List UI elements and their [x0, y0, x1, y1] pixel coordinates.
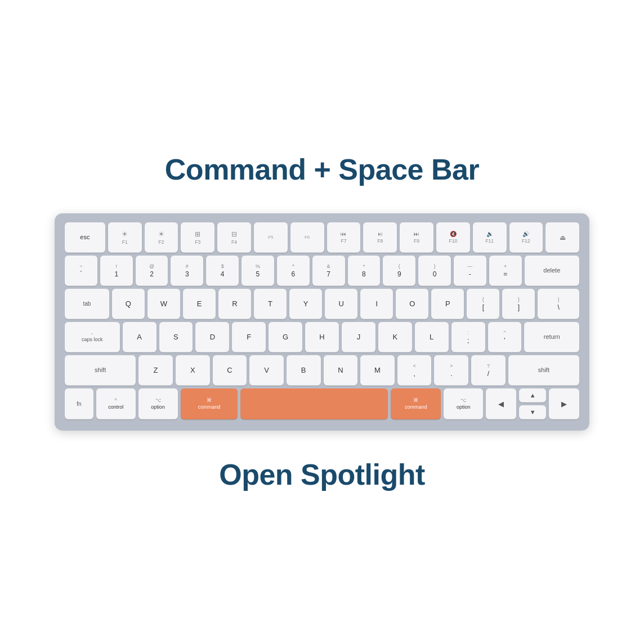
key-n[interactable]: N: [324, 355, 358, 386]
key-f5[interactable]: F5: [254, 222, 288, 253]
page-subtitle: Open Spotlight: [219, 458, 425, 491]
key-y[interactable]: Y: [289, 289, 322, 319]
key-shift-right[interactable]: shift: [508, 355, 579, 386]
key-w[interactable]: W: [147, 289, 180, 319]
key-space[interactable]: [240, 388, 388, 419]
key-return[interactable]: return: [524, 322, 579, 352]
key-0[interactable]: ) 0: [418, 256, 451, 286]
key-f4[interactable]: ⊟ F4: [217, 222, 251, 253]
key-command-right[interactable]: ⌘ command: [391, 388, 441, 419]
key-9[interactable]: ( 9: [383, 256, 415, 286]
key-power[interactable]: ⏏: [545, 222, 579, 253]
key-f6[interactable]: F6: [290, 222, 324, 253]
key-f10[interactable]: 🔇 F10: [436, 222, 470, 253]
key-5[interactable]: % 5: [242, 256, 274, 286]
key-delete[interactable]: delete: [525, 256, 579, 286]
key-backtick[interactable]: ~ `: [65, 256, 97, 286]
key-3[interactable]: # 3: [171, 256, 203, 286]
number-row: ~ ` ! 1 @ 2 # 3 $ 4: [65, 256, 579, 286]
key-h[interactable]: H: [305, 322, 339, 352]
key-f3[interactable]: ⊞ F3: [181, 222, 214, 253]
key-r[interactable]: R: [218, 289, 251, 319]
key-comma[interactable]: < ,: [397, 355, 432, 386]
qwerty-row: tab Q W E R T Y U I O P { [ } ] | \: [65, 289, 579, 319]
key-u[interactable]: U: [325, 289, 357, 319]
key-4[interactable]: $ 4: [206, 256, 239, 286]
key-f9[interactable]: ⏭ F9: [400, 222, 433, 253]
key-shift-left[interactable]: shift: [65, 355, 136, 386]
key-p[interactable]: P: [431, 289, 464, 319]
key-b[interactable]: B: [287, 355, 321, 386]
key-m[interactable]: M: [360, 355, 395, 386]
key-minus[interactable]: — -: [454, 256, 486, 286]
function-row: esc ☀ F1 ☀ F2 ⊞ F3 ⊟ F4 F5 F6 ⏮ F7 ⏯: [65, 222, 579, 253]
key-arrow-down[interactable]: ▼: [519, 405, 546, 419]
key-equals[interactable]: + =: [489, 256, 522, 286]
key-k[interactable]: K: [378, 322, 412, 352]
key-backslash[interactable]: | \: [538, 289, 579, 319]
zxcv-row: shift Z X C V B N M < , > . ? / shif: [65, 355, 579, 386]
key-option-right[interactable]: ⌥ option: [444, 388, 483, 419]
key-tab[interactable]: tab: [65, 289, 109, 319]
key-arrow-right[interactable]: ▶: [549, 388, 579, 419]
key-arrow-left[interactable]: ◀: [486, 388, 516, 419]
key-esc[interactable]: esc: [65, 222, 105, 253]
key-l[interactable]: L: [415, 322, 449, 352]
key-c[interactable]: C: [213, 355, 247, 386]
key-s[interactable]: S: [159, 322, 193, 352]
key-7[interactable]: & 7: [312, 256, 345, 286]
key-option-left[interactable]: ⌥ option: [138, 388, 178, 419]
key-command-left[interactable]: ⌘ command: [181, 388, 238, 419]
key-6[interactable]: ^ 6: [277, 256, 310, 286]
asdf-row: • caps lock A S D F G H J K L : ; " ' re…: [65, 322, 579, 352]
key-v[interactable]: V: [249, 355, 284, 386]
key-e[interactable]: E: [183, 289, 216, 319]
key-fn[interactable]: fn: [65, 388, 93, 419]
key-f11[interactable]: 🔉 F11: [473, 222, 507, 253]
key-period[interactable]: > .: [434, 355, 468, 386]
key-control[interactable]: ^ control: [96, 388, 136, 419]
key-capslock[interactable]: • caps lock: [65, 322, 120, 352]
key-t[interactable]: T: [254, 289, 287, 319]
keyboard: esc ☀ F1 ☀ F2 ⊞ F3 ⊟ F4 F5 F6 ⏮ F7 ⏯: [55, 213, 589, 431]
key-slash[interactable]: ? /: [471, 355, 506, 386]
key-f12[interactable]: 🔊 F12: [509, 222, 543, 253]
key-2[interactable]: @ 2: [136, 256, 168, 286]
key-g[interactable]: G: [269, 322, 302, 352]
key-1[interactable]: ! 1: [100, 256, 133, 286]
key-j[interactable]: J: [342, 322, 375, 352]
key-f1[interactable]: ☀ F1: [108, 222, 142, 253]
key-i[interactable]: I: [360, 289, 393, 319]
key-semicolon[interactable]: : ;: [451, 322, 485, 352]
key-d[interactable]: D: [195, 322, 229, 352]
key-o[interactable]: O: [396, 289, 428, 319]
key-lbracket[interactable]: { [: [467, 289, 499, 319]
key-f8[interactable]: ⏯ F8: [363, 222, 397, 253]
key-f[interactable]: F: [232, 322, 266, 352]
modifier-row: fn ^ control ⌥ option ⌘ command ⌘ com: [65, 388, 579, 419]
key-z[interactable]: Z: [138, 355, 173, 386]
key-q[interactable]: Q: [112, 289, 145, 319]
key-8[interactable]: * 8: [348, 256, 381, 286]
key-f7[interactable]: ⏮ F7: [327, 222, 361, 253]
key-x[interactable]: X: [176, 355, 210, 386]
key-rbracket[interactable]: } ]: [502, 289, 535, 319]
key-a[interactable]: A: [123, 322, 156, 352]
key-arrow-up[interactable]: ▲: [519, 388, 546, 402]
key-f2[interactable]: ☀ F2: [145, 222, 178, 253]
page-title: Command + Space Bar: [165, 153, 479, 186]
key-quote[interactable]: " ': [488, 322, 522, 352]
